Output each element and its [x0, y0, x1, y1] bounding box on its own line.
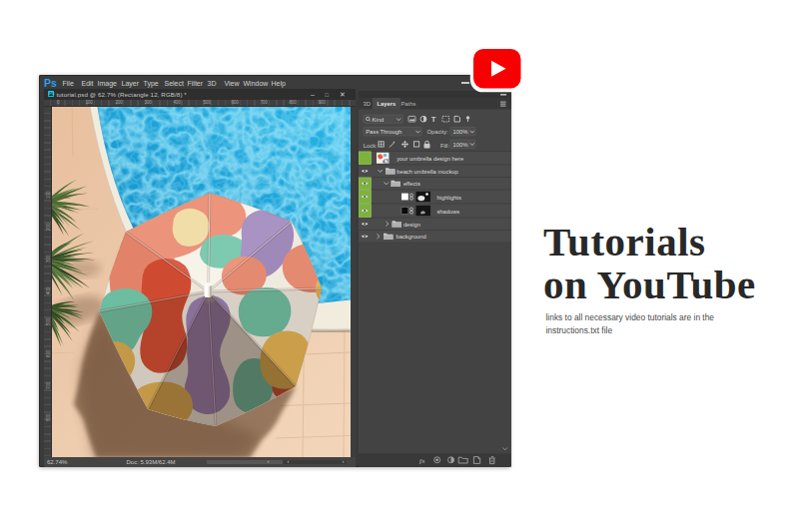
- svg-text:Paths: Paths: [401, 101, 416, 107]
- svg-text:beach umbrella mockup: beach umbrella mockup: [397, 169, 458, 175]
- svg-text:500: 500: [46, 316, 51, 324]
- svg-text:Kind: Kind: [373, 117, 385, 123]
- svg-text:design: design: [403, 222, 420, 228]
- svg-text:700: 700: [46, 380, 51, 388]
- svg-text:200: 200: [46, 222, 51, 230]
- svg-text:100%: 100%: [453, 129, 468, 135]
- svg-text:300: 300: [46, 254, 51, 262]
- svg-text:T: T: [431, 115, 436, 124]
- svg-text:Pass Through: Pass Through: [366, 129, 401, 135]
- svg-text:800: 800: [46, 412, 51, 420]
- svg-text:Layers: Layers: [378, 101, 397, 107]
- svg-text:highlights: highlights: [436, 195, 461, 201]
- svg-text:Fill:: Fill:: [440, 143, 449, 149]
- svg-text:3D: 3D: [364, 101, 371, 107]
- svg-text:400: 400: [46, 285, 51, 293]
- svg-text:background: background: [397, 234, 426, 240]
- svg-text:effects: effects: [403, 181, 420, 187]
- svg-text:Lock:: Lock:: [364, 143, 378, 149]
- svg-text:100: 100: [46, 190, 51, 198]
- svg-text:100%: 100%: [453, 142, 468, 148]
- svg-text:Opacity:: Opacity:: [427, 129, 449, 135]
- svg-text:your umbrella design here: your umbrella design here: [397, 156, 463, 162]
- svg-text:fx: fx: [419, 457, 425, 464]
- svg-text:600: 600: [46, 348, 51, 356]
- svg-text:shadows: shadows: [436, 209, 459, 215]
